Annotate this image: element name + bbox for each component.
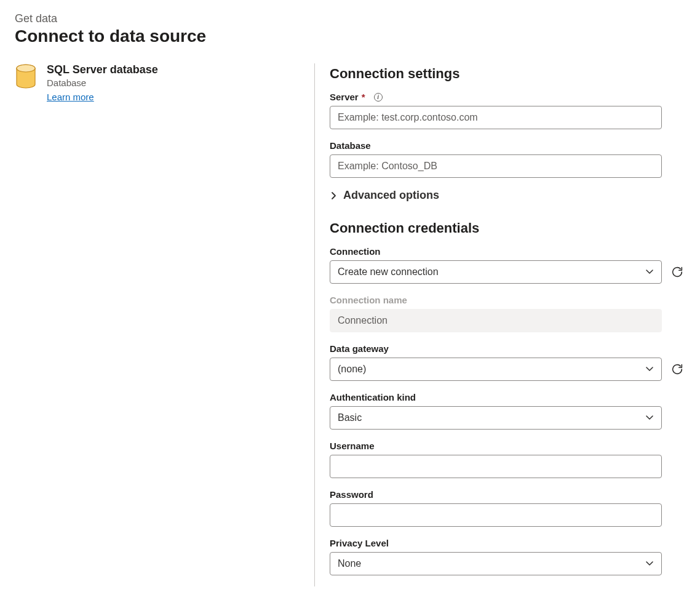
connection-select-value: Create new connection bbox=[338, 266, 439, 278]
gateway-select[interactable]: (none) bbox=[330, 358, 662, 381]
chevron-right-icon bbox=[330, 191, 338, 200]
page-title: Connect to data source bbox=[15, 26, 685, 46]
auth-label: Authentication kind bbox=[330, 392, 685, 402]
chevron-down-icon bbox=[645, 268, 654, 276]
privacy-select[interactable]: None bbox=[330, 552, 662, 575]
chevron-down-icon bbox=[645, 414, 654, 422]
refresh-icon bbox=[670, 265, 684, 279]
advanced-options-toggle[interactable]: Advanced options bbox=[330, 189, 685, 202]
username-label: Username bbox=[330, 441, 685, 451]
refresh-gateway-button[interactable] bbox=[669, 361, 685, 377]
server-label: Server * i bbox=[330, 92, 685, 102]
database-icon bbox=[15, 63, 37, 90]
source-subtitle: Database bbox=[47, 78, 158, 88]
connection-settings-heading: Connection settings bbox=[330, 66, 685, 82]
connection-select[interactable]: Create new connection bbox=[330, 260, 662, 284]
source-panel: SQL Server database Database Learn more bbox=[15, 63, 314, 586]
connection-label: Connection bbox=[330, 246, 685, 257]
svg-point-1 bbox=[17, 65, 35, 72]
privacy-label: Privacy Level bbox=[330, 538, 685, 548]
gateway-select-value: (none) bbox=[338, 364, 366, 375]
required-asterisk: * bbox=[362, 92, 365, 102]
chevron-down-icon bbox=[645, 559, 654, 568]
connection-name-input bbox=[330, 309, 662, 332]
database-input[interactable] bbox=[330, 154, 662, 178]
source-title: SQL Server database bbox=[47, 63, 158, 76]
database-label: Database bbox=[330, 140, 685, 151]
breadcrumb: Get data bbox=[15, 12, 685, 25]
chevron-down-icon bbox=[645, 365, 654, 374]
connection-name-label: Connection name bbox=[330, 295, 685, 305]
username-input[interactable] bbox=[330, 455, 662, 478]
refresh-icon bbox=[670, 362, 684, 376]
password-input[interactable] bbox=[330, 503, 662, 527]
info-icon[interactable]: i bbox=[374, 93, 383, 102]
learn-more-link[interactable]: Learn more bbox=[47, 92, 94, 102]
privacy-select-value: None bbox=[338, 558, 361, 569]
gateway-label: Data gateway bbox=[330, 343, 685, 354]
connection-credentials-heading: Connection credentials bbox=[330, 220, 685, 236]
advanced-options-label: Advanced options bbox=[343, 189, 439, 202]
auth-select[interactable]: Basic bbox=[330, 406, 662, 430]
password-label: Password bbox=[330, 489, 685, 500]
server-label-text: Server bbox=[330, 92, 359, 102]
server-input[interactable] bbox=[330, 106, 662, 129]
refresh-connection-button[interactable] bbox=[669, 264, 685, 280]
auth-select-value: Basic bbox=[338, 412, 362, 423]
